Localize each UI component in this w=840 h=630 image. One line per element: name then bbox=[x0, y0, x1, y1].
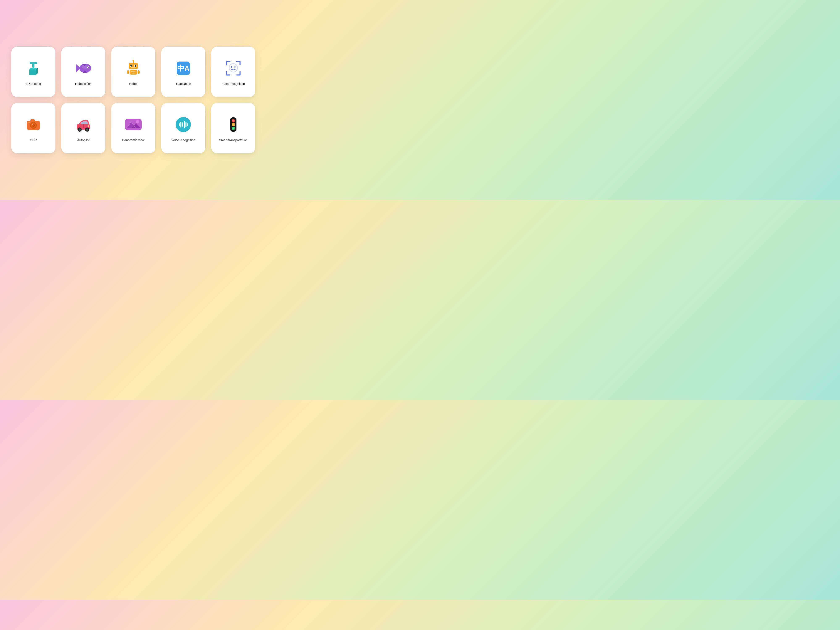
card-robotic-fish[interactable]: Robotic fish bbox=[61, 47, 106, 97]
svg-rect-26 bbox=[132, 73, 135, 74]
odr-icon bbox=[24, 115, 43, 134]
card-3d-printing-label: 3D printing bbox=[26, 82, 41, 86]
svg-rect-33 bbox=[30, 119, 35, 122]
card-voice-recognition[interactable]: Voice recognition bbox=[161, 103, 205, 153]
svg-rect-1 bbox=[32, 64, 35, 67]
3d-printing-icon bbox=[24, 59, 43, 78]
card-panoramic-view-label: Panoramic view bbox=[122, 138, 144, 142]
svg-point-37 bbox=[32, 124, 33, 125]
face-recognition-icon bbox=[224, 59, 243, 78]
svg-point-38 bbox=[28, 122, 30, 123]
svg-rect-55 bbox=[184, 121, 185, 128]
card-odr[interactable]: ODR bbox=[11, 103, 55, 153]
svg-rect-22 bbox=[129, 70, 137, 74]
card-3d-printing[interactable]: 3D printing bbox=[11, 47, 55, 97]
svg-point-11 bbox=[88, 67, 89, 68]
svg-rect-0 bbox=[30, 62, 37, 64]
svg-text:中A: 中A bbox=[177, 64, 189, 72]
voice-recognition-icon bbox=[174, 115, 193, 134]
robot-icon bbox=[124, 59, 143, 78]
card-face-recognition[interactable]: Face recognition bbox=[211, 47, 255, 97]
svg-rect-3 bbox=[29, 69, 36, 75]
svg-point-10 bbox=[88, 67, 89, 68]
svg-point-60 bbox=[232, 120, 234, 122]
svg-rect-53 bbox=[180, 122, 182, 128]
svg-rect-52 bbox=[179, 123, 180, 126]
svg-point-51 bbox=[176, 117, 191, 132]
card-grid: 3D printing Robotic fish bbox=[11, 47, 255, 153]
card-translation[interactable]: 中A Translation bbox=[161, 47, 205, 97]
svg-point-15 bbox=[133, 60, 134, 62]
svg-point-62 bbox=[232, 123, 234, 126]
svg-point-29 bbox=[229, 64, 237, 72]
svg-point-43 bbox=[86, 128, 88, 131]
card-odr-label: ODR bbox=[30, 138, 37, 142]
svg-rect-44 bbox=[88, 125, 89, 126]
svg-rect-45 bbox=[77, 125, 79, 126]
card-autopilot-label: Autopilot bbox=[77, 138, 90, 142]
card-panoramic-view[interactable]: Panoramic view bbox=[111, 103, 155, 153]
svg-point-41 bbox=[79, 128, 81, 131]
svg-rect-21 bbox=[131, 68, 136, 68]
svg-rect-56 bbox=[185, 122, 186, 127]
svg-point-64 bbox=[232, 127, 234, 129]
svg-point-20 bbox=[134, 65, 136, 66]
card-translation-label: Translation bbox=[175, 82, 191, 86]
card-smart-transportation[interactable]: Smart transportation bbox=[211, 103, 255, 153]
svg-point-31 bbox=[234, 66, 235, 68]
translation-icon: 中A bbox=[174, 59, 193, 78]
panoramic-view-icon bbox=[124, 115, 143, 134]
smart-transportation-icon bbox=[224, 115, 243, 134]
svg-rect-23 bbox=[127, 70, 129, 74]
svg-rect-25 bbox=[131, 71, 136, 72]
card-voice-recognition-label: Voice recognition bbox=[171, 138, 195, 142]
svg-point-30 bbox=[231, 66, 232, 68]
card-robot-label: Robot bbox=[129, 82, 137, 86]
autopilot-icon bbox=[74, 115, 93, 134]
card-robot[interactable]: Robot bbox=[111, 47, 155, 97]
svg-point-19 bbox=[130, 65, 132, 66]
svg-rect-54 bbox=[182, 122, 183, 126]
svg-rect-24 bbox=[137, 70, 140, 74]
card-face-recognition-label: Face recognition bbox=[222, 82, 245, 86]
card-smart-transportation-label: Smart transportation bbox=[219, 138, 248, 142]
svg-point-50 bbox=[136, 120, 139, 123]
svg-rect-57 bbox=[187, 123, 188, 126]
card-autopilot[interactable]: Autopilot bbox=[61, 103, 106, 153]
card-robotic-fish-label: Robotic fish bbox=[75, 82, 92, 86]
robotic-fish-icon bbox=[74, 59, 93, 78]
